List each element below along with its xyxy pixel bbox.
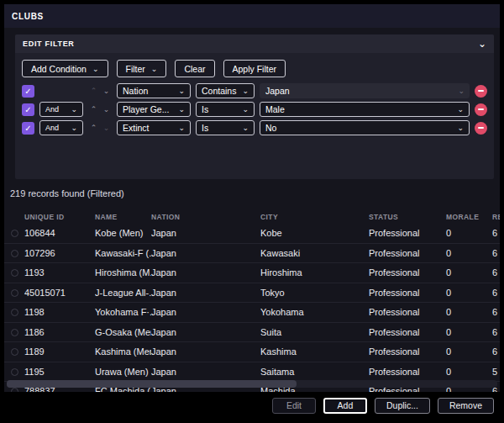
cell-unique-id: 106844 xyxy=(24,228,95,238)
table-row[interactable]: 1198 Yokohama F·... Japan Yokohama Profe… xyxy=(4,303,500,323)
apply-filter-button[interactable]: Apply Filter xyxy=(223,60,286,77)
cell-unique-id: 1198 xyxy=(24,307,95,317)
clubs-editor-window: CLUBS EDIT FILTER ⌄ Add Condition ⌄ Filt… xyxy=(4,4,500,419)
horizontal-scrollbar[interactable] xyxy=(7,380,497,388)
move-up-icon[interactable]: ⌃ xyxy=(88,87,99,95)
table-body: 106844 Kobe (Men) Japan Kobe Professiona… xyxy=(4,224,500,400)
row-icon-cell xyxy=(11,344,24,359)
chevron-down-icon[interactable]: ⌄ xyxy=(458,88,465,93)
cell-unique-id: 1195 xyxy=(24,367,95,377)
value-select[interactable]: Male ⌄ xyxy=(260,102,470,117)
column-header-status[interactable]: STATUS xyxy=(369,213,446,221)
add-condition-button[interactable]: Add Condition ⌄ xyxy=(22,60,108,77)
records-summary: 219 records found (Filtered) xyxy=(10,188,124,198)
condition-checkbox[interactable]: ✓ xyxy=(22,85,34,98)
condition-checkbox[interactable]: ✓ xyxy=(22,122,34,135)
move-down-icon[interactable]: ⌄ xyxy=(101,105,112,114)
cell-name: Urawa (Men) xyxy=(95,367,151,377)
table-row[interactable]: 1186 G-Osaka (Men) Japan Suita Professio… xyxy=(4,323,500,343)
table-row[interactable]: 107296 Kawasaki-F (... Japan Kawasaki Pr… xyxy=(4,244,500,264)
club-row-radio-icon[interactable] xyxy=(11,269,18,277)
filter-condition-row: ✓ ⌃ ⌄ Nation ⌄ Contains ⌄ ⌄ xyxy=(22,83,487,98)
club-row-radio-icon[interactable] xyxy=(11,250,18,257)
move-down-icon[interactable]: ⌄ xyxy=(101,87,112,95)
club-row-radio-icon[interactable] xyxy=(11,309,18,316)
reorder-controls: ⌃ ⌄ xyxy=(88,124,112,132)
conjunction-select-value: And xyxy=(45,124,59,132)
club-row-radio-icon[interactable] xyxy=(11,368,18,376)
value-input[interactable] xyxy=(260,84,458,98)
cell-rep: 6 xyxy=(492,228,500,238)
remove-button[interactable]: Remove xyxy=(438,398,494,414)
operator-select[interactable]: Contains ⌄ xyxy=(196,83,255,98)
table-row[interactable]: 45015071 J-League All-... Japan Tokyo Pr… xyxy=(4,283,500,304)
move-down-icon[interactable]: ⌄ xyxy=(101,124,112,132)
cell-status: Professional xyxy=(369,346,446,357)
table-row[interactable]: 1189 Kashima (Men) Japan Kashima Profess… xyxy=(4,342,500,362)
operator-select[interactable]: Is ⌄ xyxy=(196,120,255,135)
filter-menu-button[interactable]: Filter ⌄ xyxy=(117,60,167,77)
filter-conditions-list: ✓ ⌃ ⌄ Nation ⌄ Contains ⌄ ⌄ xyxy=(15,77,494,135)
table-row[interactable]: 1195 Urawa (Men) Japan Saitama Professio… xyxy=(4,362,500,383)
move-up-icon[interactable]: ⌃ xyxy=(88,105,99,114)
value-select[interactable]: No ⌄ xyxy=(260,120,470,135)
column-header-morale[interactable]: MORALE xyxy=(446,213,492,221)
cell-city: Saitama xyxy=(260,367,369,377)
cell-name: J-League All-... xyxy=(95,288,151,298)
field-select-value: Player Ge... xyxy=(123,104,169,114)
field-select[interactable]: Nation ⌄ xyxy=(117,83,191,98)
checkmark-icon: ✓ xyxy=(24,122,31,135)
scrollbar-thumb[interactable] xyxy=(7,380,297,388)
conjunction-select[interactable]: And ⌄ xyxy=(39,102,83,117)
cell-nation: Japan xyxy=(151,307,260,317)
column-header-unique-id[interactable]: UNIQUE ID xyxy=(24,213,95,221)
cell-morale: 0 xyxy=(446,367,492,377)
condition-checkbox[interactable]: ✓ xyxy=(22,103,34,116)
row-icon-cell xyxy=(11,225,24,241)
club-row-radio-icon[interactable] xyxy=(11,230,18,237)
clear-button[interactable]: Clear xyxy=(175,60,214,77)
edit-button[interactable]: Edit xyxy=(272,398,316,414)
club-row-radio-icon[interactable] xyxy=(11,289,18,297)
cell-rep: 6 xyxy=(492,307,500,317)
duplicate-button[interactable]: Duplic... xyxy=(375,398,430,414)
column-header-name[interactable]: NAME xyxy=(95,213,151,221)
add-button[interactable]: Add xyxy=(323,398,367,414)
operator-select-value: Contains xyxy=(202,86,236,96)
remove-condition-button[interactable] xyxy=(475,85,487,98)
column-header-nation[interactable]: NATION xyxy=(151,213,260,221)
cell-unique-id: 1193 xyxy=(24,267,95,278)
table-row[interactable]: 106844 Kobe (Men) Japan Kobe Professiona… xyxy=(4,224,500,244)
conjunction-select[interactable]: And ⌄ xyxy=(39,120,83,135)
clear-label: Clear xyxy=(184,64,205,74)
move-up-icon[interactable]: ⌃ xyxy=(88,124,99,132)
operator-select[interactable]: Is ⌄ xyxy=(196,102,255,117)
cell-morale: 0 xyxy=(446,327,492,337)
table-header: UNIQUE ID NAME NATION CITY STATUS MORALE… xyxy=(4,210,500,224)
cell-morale: 0 xyxy=(446,288,492,298)
table-row[interactable]: 1193 Hiroshima (M... Japan Hiroshima Pro… xyxy=(4,263,500,283)
cell-status: Professional xyxy=(369,327,446,337)
field-select[interactable]: Player Ge... ⌄ xyxy=(117,102,191,117)
cell-name: Yokohama F·... xyxy=(95,307,151,317)
remove-condition-button[interactable] xyxy=(475,103,487,116)
cell-nation: Japan xyxy=(151,248,260,258)
club-row-radio-icon[interactable] xyxy=(11,329,18,336)
edit-filter-panel: EDIT FILTER ⌄ Add Condition ⌄ Filter ⌄ C… xyxy=(15,34,494,179)
remove-condition-button[interactable] xyxy=(475,122,487,135)
cell-city: Kobe xyxy=(260,228,369,238)
field-select[interactable]: Extinct ⌄ xyxy=(117,120,191,135)
cell-city: Yokohama xyxy=(260,307,369,317)
cell-status: Professional xyxy=(369,248,446,258)
row-icon-cell xyxy=(11,325,24,340)
cell-nation: Japan xyxy=(151,327,260,337)
club-row-radio-icon[interactable] xyxy=(11,348,18,356)
row-icon-cell xyxy=(11,285,24,300)
minus-icon xyxy=(478,90,484,92)
column-header-city[interactable]: CITY xyxy=(260,213,369,221)
column-header-rep[interactable]: REP xyxy=(492,213,500,221)
cell-name: Hiroshima (M... xyxy=(95,267,151,278)
filter-panel-header[interactable]: EDIT FILTER ⌄ xyxy=(15,34,494,53)
collapse-panel-icon[interactable]: ⌄ xyxy=(478,40,486,48)
chevron-down-icon: ⌄ xyxy=(92,66,99,71)
